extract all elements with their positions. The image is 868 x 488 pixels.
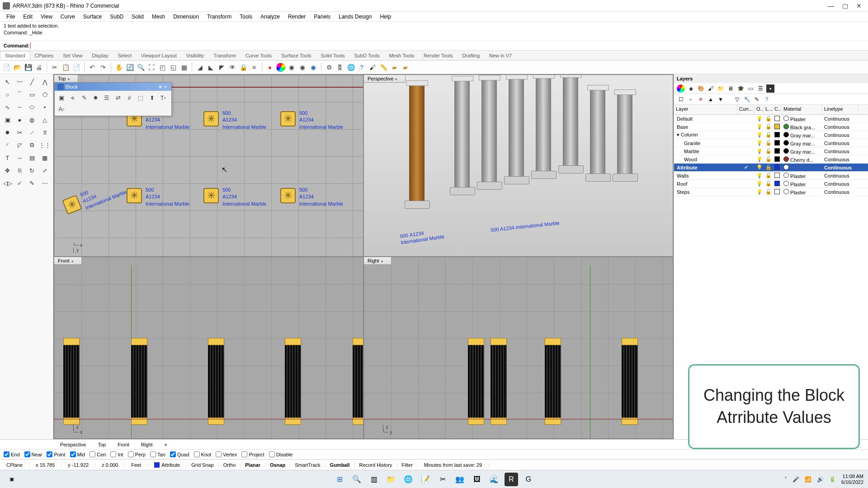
block-replace-icon[interactable]: ⇄	[113, 93, 123, 103]
tools-icon[interactable]: 🔧	[743, 95, 751, 103]
new-icon[interactable]: 📄	[2, 63, 11, 72]
status-toggle-planar[interactable]: Planar	[241, 462, 265, 468]
layer-row[interactable]: Base💡🔓 Black gra...Continuous	[674, 123, 868, 131]
render-tab-icon[interactable]: 🎨	[697, 84, 705, 93]
tab-vplayout[interactable]: Viewport Layout	[137, 52, 182, 60]
help-layer-icon[interactable]: ?	[763, 95, 771, 103]
layer-row[interactable]: Wood💡🔓 Cherry d...Continuous	[674, 155, 868, 164]
taskbar-search-icon[interactable]: 🔍	[350, 473, 363, 486]
undo-icon[interactable]: ↶	[88, 63, 97, 72]
tab-transform[interactable]: Transform	[209, 52, 241, 60]
tab-newv7[interactable]: New in V7	[485, 52, 517, 60]
render-icon[interactable]	[276, 63, 285, 72]
menu-subd[interactable]: SubD	[106, 13, 127, 21]
menu-mesh[interactable]: Mesh	[148, 13, 169, 21]
column-front[interactable]	[131, 338, 147, 425]
dim-icon[interactable]: ↔	[14, 152, 25, 164]
taskbar-windows-icon[interactable]: ⊞	[333, 473, 346, 486]
osnap-project[interactable]: Project	[241, 451, 264, 457]
new-sublayer-icon[interactable]: ▫	[687, 95, 695, 103]
zoom-window-icon[interactable]: ◰	[158, 63, 167, 72]
col-on[interactable]: O...	[755, 105, 764, 114]
more-icon[interactable]: ⋯	[38, 177, 51, 189]
tab-display[interactable]: Display	[87, 52, 113, 60]
vptab-right[interactable]: Right	[135, 440, 159, 449]
col-name[interactable]: Layer	[674, 105, 737, 114]
brush-icon[interactable]: 🖌	[368, 63, 377, 72]
zoom-icon[interactable]: 🔍	[136, 63, 145, 72]
taskbar-notes-icon[interactable]: 📝	[419, 473, 432, 486]
text-icon[interactable]: T	[2, 152, 13, 164]
menu-help[interactable]: Help	[376, 13, 395, 21]
block-text-icon[interactable]: T▫	[158, 93, 168, 103]
sphere-icon[interactable]: ●	[14, 114, 25, 126]
block-instance[interactable]: 500A1234International Marble	[280, 188, 343, 207]
tab-visibility[interactable]: Visibility	[182, 52, 209, 60]
vptab-front[interactable]: Front	[112, 440, 135, 449]
tray-mic-icon[interactable]: 🎤	[793, 476, 799, 483]
hatch-icon[interactable]: ▤	[26, 152, 38, 164]
taskbar-grasshopper-icon[interactable]: G	[522, 473, 535, 486]
menu-curve[interactable]: Curve	[57, 13, 79, 21]
block-export-icon[interactable]: ⬆	[147, 93, 157, 103]
menu-analyze[interactable]: Analyze	[257, 13, 283, 21]
cylinder-icon[interactable]: ◍	[26, 114, 38, 126]
menu-render[interactable]: Render	[284, 13, 309, 21]
offset-icon[interactable]: ⧉	[26, 139, 38, 151]
set-view-icon[interactable]: ◤	[217, 63, 226, 72]
close-icon[interactable]: ×	[162, 84, 169, 89]
command-line[interactable]: Command:	[0, 41, 868, 51]
chamfer-icon[interactable]: ◸	[14, 139, 25, 151]
move-down-icon[interactable]: ▼	[717, 95, 725, 103]
status-cplane[interactable]: CPlane	[0, 462, 29, 468]
cap-tab-icon[interactable]: 🎓	[736, 84, 745, 93]
block-instance[interactable]: 500A1234International Marble	[127, 188, 189, 207]
osnap-cen[interactable]: Cen	[90, 451, 106, 457]
options-icon[interactable]: ⚙	[325, 63, 334, 72]
tab-rendertools[interactable]: Render Tools	[419, 52, 458, 60]
paste-icon[interactable]: 📄	[72, 63, 81, 72]
column-front[interactable]	[208, 338, 224, 425]
polygon-icon[interactable]: ⬠	[38, 89, 51, 100]
gear-icon[interactable]: ✳	[158, 84, 162, 90]
panel-tab-layers[interactable]: Layers	[677, 76, 693, 81]
status-layer[interactable]: Attribute	[148, 462, 187, 468]
vptab-add[interactable]: +	[159, 440, 173, 449]
status-units[interactable]: Feet	[125, 462, 148, 468]
save-icon[interactable]: 💾	[24, 63, 33, 72]
viewport-label-top[interactable]: Top	[54, 75, 78, 83]
edit-layer-icon[interactable]: ✎	[753, 95, 761, 103]
grid-icon[interactable]: ▦	[38, 152, 51, 164]
osnap-near[interactable]: Near	[24, 451, 42, 457]
clock-date[interactable]: 6/16/2022	[841, 479, 863, 485]
menu-dimension[interactable]: Dimension	[170, 13, 203, 21]
worksession-icon[interactable]: 🌐	[346, 63, 355, 72]
block-explode-icon[interactable]: ✸	[90, 93, 100, 103]
layer-row[interactable]: Granite💡🔓 Gray mar...Continuous	[674, 139, 868, 147]
menu-tools[interactable]: Tools	[236, 13, 256, 21]
status-toggle-record-history[interactable]: Record History	[355, 462, 397, 468]
taskbar-snip-icon[interactable]: ✂	[436, 473, 449, 486]
curve-icon[interactable]: ∿	[2, 101, 13, 113]
explode-icon[interactable]: ✸	[2, 127, 13, 138]
tab-meshtools[interactable]: Mesh Tools	[384, 52, 419, 60]
zoom-selected-icon[interactable]: ◱	[169, 63, 178, 72]
status-toggle-osnap[interactable]: Osnap	[265, 462, 290, 468]
taskbar-explorer-icon[interactable]: 📁	[384, 473, 398, 486]
menu-transform[interactable]: Transform	[203, 13, 235, 21]
layer-row[interactable]: Default💡🔓 PlasterContinuous	[674, 115, 868, 123]
osnap-int[interactable]: Int	[110, 451, 123, 457]
tab-select[interactable]: Select	[113, 52, 137, 60]
print-icon[interactable]: 🖨	[34, 63, 43, 72]
vptab-top[interactable]: Top	[92, 440, 112, 449]
lasso-icon[interactable]: 〰	[14, 76, 25, 88]
layer-row[interactable]: Marble💡🔓 Gray mar...Continuous	[674, 147, 868, 155]
column-right[interactable]	[491, 338, 507, 425]
tab-solidtools[interactable]: Solid Tools	[316, 52, 349, 60]
point-icon[interactable]: •	[38, 101, 51, 113]
column-front[interactable]	[353, 338, 363, 425]
pan-icon[interactable]: ✋	[114, 63, 123, 72]
tab-cplanes[interactable]: CPlanes	[30, 52, 59, 60]
tab-standard[interactable]: Standard	[0, 51, 30, 60]
osnap-perp[interactable]: Perp	[128, 451, 146, 457]
